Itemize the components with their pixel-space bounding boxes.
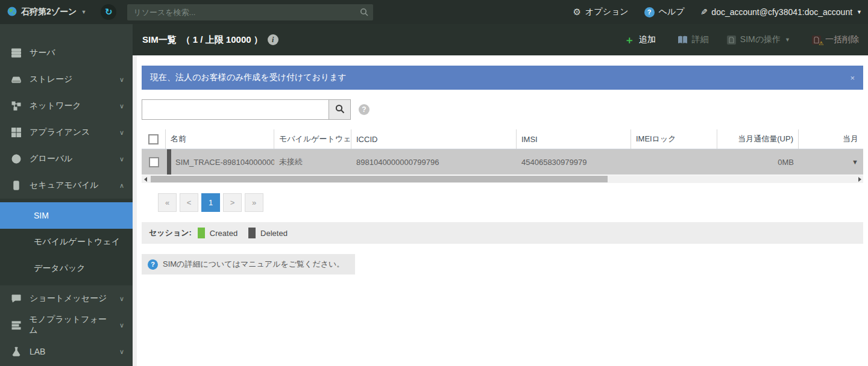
legend-label: セッション: [149,228,192,238]
page-last-button[interactable]: » [245,193,263,212]
sidebar-item-storage[interactable]: ストレージ ∨ [0,66,133,93]
page-first-button[interactable]: « [158,193,177,212]
caret-down-icon: ▼ [785,37,790,43]
chevron-down-icon: ∨ [119,102,124,110]
notice-banner: 現在、法人のお客様のみ作成を受け付けております × [142,66,863,90]
pen-icon: ✎ [700,7,708,17]
storage-icon [11,75,22,84]
horizontal-scrollbar[interactable] [142,175,863,183]
page-1-button[interactable]: 1 [201,193,220,212]
content-area: 現在、法人のお客様のみ作成を受け付けております × ? 名前 [133,55,868,366]
sidebar-item-network[interactable]: ネットワーク ∨ [0,93,133,119]
topbar: 石狩第2ゾーン ▼ ↻ ⚙ オプション ? ヘルプ ✎ doc_account@… [0,0,868,24]
sidebar-item-sim[interactable]: SIM [0,202,133,229]
sim-operations-button[interactable]: SIMの操作 ▼ [718,24,799,55]
column-header-imei-lock[interactable]: IMEIロック [631,129,717,149]
column-header-traffic-up[interactable]: 当月通信量(UP) [717,129,799,149]
help-button[interactable]: ? ヘルプ [644,7,685,17]
sidebar-item-data-pack[interactable]: データパック [0,255,133,282]
lab-flask-icon [11,347,22,356]
plus-icon: ＋ [624,33,635,47]
chevron-down-icon: ∨ [119,321,124,329]
account-caret-icon: ▼ [857,9,862,15]
globe-icon [11,154,22,164]
row-menu-caret-icon[interactable]: ▼ [852,158,858,166]
sidebar-item-lab[interactable]: LAB ∨ [0,338,133,365]
session-legend: セッション: Created Deleted [142,222,863,244]
column-header-imsi[interactable]: IMSI [517,129,631,149]
detail-button[interactable]: 詳細 [668,24,718,55]
sidebar-item-short-message[interactable]: ショートメッセージ ∨ [0,285,133,312]
account-label: doc_account@cfy38041:doc_account [711,7,852,17]
filter-input[interactable] [142,99,329,120]
help-icon: ? [148,259,158,270]
warning-icon: ⚠ [819,40,823,46]
manual-note-text: SIMの詳細についてはマニュアルをご覧ください。 [163,259,344,270]
scroll-left-arrow[interactable] [142,177,149,182]
column-header-mobile-gateway[interactable]: モバイルゲートウェイ [274,129,351,149]
table-header-row: 名前 モバイルゲートウェイ ICCID IMSI IMEIロック 当月通信量(U… [142,129,863,149]
platform-icon [11,320,21,330]
zone-selector[interactable]: 石狩第2ゾーン ▼ [0,7,92,18]
notice-text: 現在、法人のお客様のみ作成を受け付けております [150,72,347,83]
filter-help-icon[interactable]: ? [359,104,370,115]
zone-caret-icon: ▼ [81,9,86,15]
bulk-delete-button[interactable]: ⚠ 一括削除 [803,24,868,55]
scrollbar-thumb[interactable] [151,176,608,182]
pagination: « < 1 > » [142,193,863,212]
sidebar: サーバ ストレージ ∨ ネットワーク ∨ アプライアンス [0,24,133,366]
refresh-button[interactable]: ↻ [101,4,116,20]
sidebar-item-server[interactable]: サーバ [0,40,133,66]
select-all-checkbox[interactable] [148,134,159,144]
chevron-down-icon: ∨ [119,295,124,303]
globe-zone-icon [7,7,17,18]
sidebar-item-appliance[interactable]: アプライアンス ∨ [0,119,133,146]
session-status-bar [167,149,171,175]
column-header-name[interactable]: 名前 [166,129,274,149]
book-icon [678,36,688,44]
chevron-down-icon: ∨ [119,155,124,163]
chevron-down-icon: ∨ [119,76,124,84]
topbar-right: ⚙ オプション ? ヘルプ ✎ doc_account@cfy38041:doc… [573,7,868,17]
add-button[interactable]: ＋ 追加 [615,24,665,55]
info-icon[interactable]: i [268,34,278,45]
resource-search-input[interactable] [127,4,373,20]
session-created-swatch [198,228,205,238]
row-checkbox[interactable] [149,157,159,167]
filter-search-button[interactable] [329,99,351,120]
message-icon [11,294,22,303]
chevron-down-icon: ∨ [119,129,124,137]
gear-icon: ⚙ [573,7,581,17]
sim-imei-lock [631,149,717,175]
column-header-traffic-down[interactable]: 当月 [799,129,863,149]
resource-search [127,4,373,20]
column-header-iccid[interactable]: ICCID [351,129,517,149]
account-menu[interactable]: ✎ doc_account@cfy38041:doc_account ▼ [700,7,862,17]
page-next-button[interactable]: > [223,193,242,212]
app-window: 石狩第2ゾーン ▼ ↻ ⚙ オプション ? ヘルプ ✎ doc_account@… [0,0,868,366]
sidebar-item-global[interactable]: グローバル ∨ [0,146,133,172]
sim-traffic-up: 0MB [717,149,799,175]
sim-imsi: 454065830979979 [517,149,631,175]
help-label: ヘルプ [659,7,685,17]
scroll-right-arrow[interactable] [856,177,863,182]
close-icon[interactable]: × [850,73,855,82]
manual-note: ? SIMの詳細についてはマニュアルをご覧ください。 [142,254,355,274]
sim-iccid: 8981040000000799796 [351,149,517,175]
options-button[interactable]: ⚙ オプション [573,7,629,17]
zone-label: 石狩第2ゾーン [21,7,77,17]
chevron-up-icon: ∧ [119,182,124,190]
sidebar-item-mono-platform[interactable]: モノプラットフォーム ∨ [0,312,133,338]
legend-deleted-label: Deleted [260,229,288,238]
sim-name: SIM_TRACE-898104000000( [175,158,274,167]
sim-table: 名前 モバイルゲートウェイ ICCID IMSI IMEIロック 当月通信量(U… [142,129,863,183]
sidebar-item-mobile-gateway[interactable]: モバイルゲートウェイ [0,229,133,255]
page-prev-button[interactable]: < [180,193,198,212]
server-icon [11,48,22,58]
sidebar-item-secure-mobile[interactable]: セキュアモバイル ∧ [0,172,133,199]
page-header: SIM一覧 （ 1 / 上限 10000 ） i ＋ 追加 詳細 [133,24,868,55]
chevron-down-icon: ∨ [119,348,124,356]
table-row[interactable]: SIM_TRACE-898104000000( 未接続 898104000000… [142,149,863,175]
mobile-icon [11,181,22,190]
session-deleted-swatch [248,228,256,238]
